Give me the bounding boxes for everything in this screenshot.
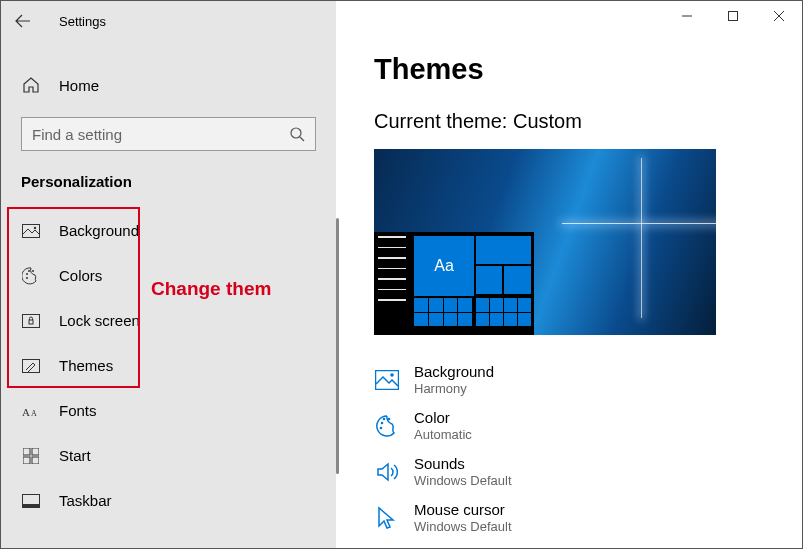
picture-icon	[374, 367, 400, 393]
main-content: Themes Current theme: Custom Aa	[336, 1, 802, 548]
svg-point-25	[381, 422, 384, 425]
search-box[interactable]	[21, 117, 316, 151]
sidebar: Settings Home Personalization Background	[1, 1, 336, 548]
svg-rect-8	[23, 314, 40, 327]
setting-value: Harmony	[414, 381, 494, 397]
preview-start-menu: Aa	[374, 232, 534, 335]
palette-icon	[374, 413, 400, 439]
nav-item-taskbar[interactable]: Taskbar	[1, 478, 336, 523]
setting-text: Mouse cursor Windows Default	[414, 501, 512, 535]
nav-item-lockscreen[interactable]: Lock screen	[1, 298, 336, 343]
svg-point-3	[34, 226, 36, 228]
nav-label: Lock screen	[59, 312, 140, 329]
setting-label: Color	[414, 409, 472, 427]
search-icon	[289, 126, 305, 142]
svg-rect-10	[23, 359, 40, 372]
setting-label: Mouse cursor	[414, 501, 512, 519]
setting-sounds[interactable]: Sounds Windows Default	[374, 449, 802, 495]
window-title: Settings	[59, 14, 106, 29]
window-controls	[664, 1, 802, 31]
nav-item-fonts[interactable]: AA Fonts	[1, 388, 336, 433]
svg-rect-20	[729, 12, 738, 21]
svg-rect-18	[23, 504, 40, 508]
maximize-button[interactable]	[710, 1, 756, 31]
svg-point-5	[28, 270, 30, 272]
preview-tile-aa: Aa	[414, 236, 474, 296]
home-nav[interactable]: Home	[1, 65, 336, 105]
svg-rect-15	[23, 457, 30, 464]
preview-flare	[641, 158, 642, 318]
setting-label: Background	[414, 363, 494, 381]
start-icon	[21, 446, 41, 466]
preview-tile	[476, 236, 531, 264]
nav-label: Colors	[59, 267, 102, 284]
preview-menu-lines	[378, 236, 406, 310]
nav-label: Start	[59, 447, 91, 464]
speaker-icon	[374, 459, 400, 485]
svg-point-28	[380, 427, 383, 430]
setting-value: Automatic	[414, 427, 472, 443]
minimize-button[interactable]	[664, 1, 710, 31]
nav-label: Background	[59, 222, 139, 239]
svg-rect-2	[23, 224, 40, 237]
svg-rect-9	[29, 320, 33, 324]
svg-rect-16	[32, 457, 39, 464]
nav-list: Background Colors Lock screen Themes	[1, 208, 336, 523]
themes-icon	[21, 356, 41, 376]
setting-text: Sounds Windows Default	[414, 455, 512, 489]
svg-text:A: A	[31, 409, 37, 418]
svg-line-1	[300, 137, 304, 141]
picture-icon	[21, 221, 41, 241]
setting-value: Windows Default	[414, 473, 512, 489]
back-button[interactable]	[11, 9, 35, 33]
search-input[interactable]	[32, 126, 289, 143]
close-button[interactable]	[756, 1, 802, 31]
svg-rect-14	[32, 448, 39, 455]
preview-tiles	[414, 298, 472, 326]
nav-item-start[interactable]: Start	[1, 433, 336, 478]
settings-window: Settings Home Personalization Background	[0, 0, 803, 549]
fonts-icon: AA	[21, 401, 41, 421]
home-label: Home	[59, 77, 99, 94]
preview-tile	[504, 266, 531, 294]
svg-rect-13	[23, 448, 30, 455]
svg-point-7	[26, 277, 28, 279]
current-theme-label: Current theme: Custom	[374, 110, 802, 133]
setting-text: Color Automatic	[414, 409, 472, 443]
palette-icon	[21, 266, 41, 286]
nav-item-background[interactable]: Background	[1, 208, 336, 253]
section-header: Personalization	[1, 167, 336, 208]
svg-point-6	[32, 270, 34, 272]
setting-label: Sounds	[414, 455, 512, 473]
preview-tile	[476, 266, 502, 294]
nav-label: Themes	[59, 357, 113, 374]
svg-point-4	[26, 273, 28, 275]
scroll-indicator[interactable]	[336, 218, 339, 474]
nav-item-colors[interactable]: Colors	[1, 253, 336, 298]
preview-flare	[562, 223, 716, 224]
svg-point-26	[383, 418, 386, 421]
lockscreen-icon	[21, 311, 41, 331]
titlebar: Settings	[1, 1, 336, 41]
nav-item-themes[interactable]: Themes	[1, 343, 336, 388]
svg-point-27	[388, 418, 391, 421]
setting-text: Background Harmony	[414, 363, 494, 397]
svg-text:A: A	[22, 406, 30, 418]
home-icon	[21, 75, 41, 95]
taskbar-icon	[21, 491, 41, 511]
cursor-icon	[374, 505, 400, 531]
setting-background[interactable]: Background Harmony	[374, 357, 802, 403]
setting-color[interactable]: Color Automatic	[374, 403, 802, 449]
nav-label: Taskbar	[59, 492, 112, 509]
nav-label: Fonts	[59, 402, 97, 419]
svg-point-24	[390, 373, 394, 377]
setting-mouse-cursor[interactable]: Mouse cursor Windows Default	[374, 495, 802, 541]
preview-tiles	[476, 298, 531, 326]
svg-point-0	[291, 128, 301, 138]
page-title: Themes	[374, 53, 802, 86]
setting-value: Windows Default	[414, 519, 512, 535]
theme-preview[interactable]: Aa	[374, 149, 716, 335]
back-arrow-icon	[15, 13, 31, 29]
